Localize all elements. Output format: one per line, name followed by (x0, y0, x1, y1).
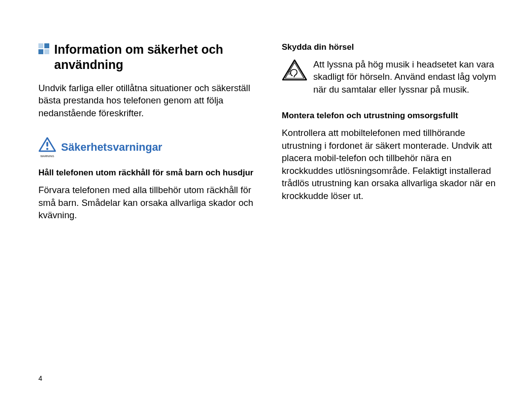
svg-rect-0 (38, 43, 43, 48)
left-column: Information om säkerhet och användning U… (38, 42, 254, 236)
warnings-heading-row: WARNING Säkerhetsvarningar (38, 137, 254, 158)
svg-rect-1 (44, 43, 49, 48)
svg-rect-5 (46, 142, 48, 147)
right-column: Skydda din hörsel Att lyssna på hög musi… (282, 42, 498, 236)
hearing-damage-icon (282, 59, 307, 84)
section-squares-icon (38, 43, 49, 54)
content-columns: Information om säkerhet och användning U… (38, 42, 498, 236)
svg-rect-3 (44, 49, 49, 54)
warning-label-text: WARNING (38, 155, 56, 158)
section3-body: Kontrollera att mobiltelefonen med tillh… (282, 127, 498, 202)
main-title: Information om säkerhet och användning (54, 42, 254, 73)
page-number: 4 (38, 374, 42, 382)
section3-heading: Montera telefon och utrustning omsorgsfu… (282, 110, 498, 122)
section1-body: Förvara telefonen med alla tillbehör uto… (38, 184, 254, 222)
hearing-row: Att lyssna på hög musik i headsetet kan … (282, 58, 498, 96)
section2-body: Att lyssna på hög musik i headsetet kan … (313, 58, 498, 96)
svg-point-6 (46, 148, 48, 150)
section2-heading: Skydda din hörsel (282, 42, 498, 53)
warnings-heading: Säkerhetsvarningar (61, 141, 162, 154)
main-title-row: Information om säkerhet och användning (38, 42, 254, 73)
warning-icon: WARNING (38, 137, 56, 158)
svg-rect-2 (38, 49, 43, 54)
section1-heading: Håll telefonen utom räckhåll för små bar… (38, 167, 254, 179)
intro-paragraph: Undvik farliga eller otillåtna situation… (38, 82, 254, 120)
